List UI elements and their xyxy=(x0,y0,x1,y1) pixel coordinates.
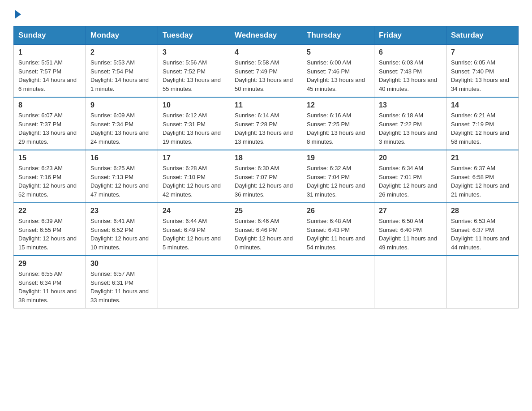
calendar-cell: 29Sunrise: 6:55 AMSunset: 6:34 PMDayligh… xyxy=(14,256,86,308)
calendar-cell: 22Sunrise: 6:39 AMSunset: 6:55 PMDayligh… xyxy=(14,203,86,256)
day-number: 28 xyxy=(451,207,514,215)
calendar-cell: 27Sunrise: 6:50 AMSunset: 6:40 PMDayligh… xyxy=(374,203,446,256)
day-info: Sunrise: 6:00 AMSunset: 7:46 PMDaylight:… xyxy=(307,58,369,93)
weekday-header-thursday: Thursday xyxy=(302,26,374,45)
page-header xyxy=(13,9,519,17)
weekday-header-wednesday: Wednesday xyxy=(230,26,302,45)
calendar-header-row: SundayMondayTuesdayWednesdayThursdayFrid… xyxy=(14,26,519,45)
logo-arrow-icon xyxy=(15,10,21,19)
calendar-cell xyxy=(446,256,519,308)
calendar-cell: 9Sunrise: 6:09 AMSunset: 7:34 PMDaylight… xyxy=(86,97,158,150)
day-info: Sunrise: 6:25 AMSunset: 7:13 PMDaylight:… xyxy=(90,164,153,199)
day-number: 23 xyxy=(90,207,153,215)
day-number: 11 xyxy=(235,101,297,109)
calendar-cell: 18Sunrise: 6:30 AMSunset: 7:07 PMDayligh… xyxy=(230,150,302,203)
day-info: Sunrise: 6:23 AMSunset: 7:16 PMDaylight:… xyxy=(18,164,81,199)
day-info: Sunrise: 6:07 AMSunset: 7:37 PMDaylight:… xyxy=(18,111,81,146)
day-number: 22 xyxy=(18,207,81,215)
day-info: Sunrise: 6:41 AMSunset: 6:52 PMDaylight:… xyxy=(90,217,153,252)
day-number: 14 xyxy=(451,101,514,109)
day-info: Sunrise: 6:16 AMSunset: 7:25 PMDaylight:… xyxy=(307,111,369,146)
weekday-header-tuesday: Tuesday xyxy=(158,26,230,45)
calendar-cell: 14Sunrise: 6:21 AMSunset: 7:19 PMDayligh… xyxy=(446,97,519,150)
calendar-cell: 10Sunrise: 6:12 AMSunset: 7:31 PMDayligh… xyxy=(158,97,230,150)
calendar-cell: 25Sunrise: 6:46 AMSunset: 6:46 PMDayligh… xyxy=(230,203,302,256)
day-number: 29 xyxy=(18,260,81,268)
day-number: 18 xyxy=(235,154,297,162)
weekday-header-sunday: Sunday xyxy=(14,26,86,45)
calendar-cell: 1Sunrise: 5:51 AMSunset: 7:57 PMDaylight… xyxy=(14,45,86,98)
calendar-cell: 8Sunrise: 6:07 AMSunset: 7:37 PMDaylight… xyxy=(14,97,86,150)
day-info: Sunrise: 6:44 AMSunset: 6:49 PMDaylight:… xyxy=(163,217,225,252)
calendar-cell: 13Sunrise: 6:18 AMSunset: 7:22 PMDayligh… xyxy=(374,97,446,150)
calendar-week-row: 8Sunrise: 6:07 AMSunset: 7:37 PMDaylight… xyxy=(14,97,519,150)
calendar-cell: 24Sunrise: 6:44 AMSunset: 6:49 PMDayligh… xyxy=(158,203,230,256)
day-number: 16 xyxy=(90,154,153,162)
day-number: 19 xyxy=(307,154,369,162)
day-number: 24 xyxy=(163,207,225,215)
calendar-cell: 2Sunrise: 5:53 AMSunset: 7:54 PMDaylight… xyxy=(86,45,158,98)
day-number: 20 xyxy=(379,154,442,162)
day-info: Sunrise: 6:37 AMSunset: 6:58 PMDaylight:… xyxy=(451,164,514,199)
day-number: 7 xyxy=(451,48,514,56)
calendar-cell: 3Sunrise: 5:56 AMSunset: 7:52 PMDaylight… xyxy=(158,45,230,98)
day-info: Sunrise: 6:05 AMSunset: 7:40 PMDaylight:… xyxy=(451,58,514,93)
calendar-cell xyxy=(374,256,446,308)
day-number: 3 xyxy=(163,48,225,56)
calendar-cell: 6Sunrise: 6:03 AMSunset: 7:43 PMDaylight… xyxy=(374,45,446,98)
day-info: Sunrise: 6:57 AMSunset: 6:31 PMDaylight:… xyxy=(90,270,153,304)
day-number: 25 xyxy=(235,207,297,215)
weekday-header-monday: Monday xyxy=(86,26,158,45)
calendar-cell: 28Sunrise: 6:53 AMSunset: 6:37 PMDayligh… xyxy=(446,203,519,256)
day-number: 12 xyxy=(307,101,369,109)
calendar-cell xyxy=(158,256,230,308)
calendar-cell: 26Sunrise: 6:48 AMSunset: 6:43 PMDayligh… xyxy=(302,203,374,256)
day-info: Sunrise: 5:53 AMSunset: 7:54 PMDaylight:… xyxy=(90,58,153,93)
day-number: 4 xyxy=(235,48,297,56)
day-info: Sunrise: 6:34 AMSunset: 7:01 PMDaylight:… xyxy=(379,164,442,199)
day-number: 2 xyxy=(90,48,153,56)
calendar-cell: 7Sunrise: 6:05 AMSunset: 7:40 PMDaylight… xyxy=(446,45,519,98)
day-info: Sunrise: 5:58 AMSunset: 7:49 PMDaylight:… xyxy=(235,58,297,93)
day-info: Sunrise: 6:21 AMSunset: 7:19 PMDaylight:… xyxy=(451,111,514,146)
day-number: 1 xyxy=(18,48,81,56)
day-info: Sunrise: 6:55 AMSunset: 6:34 PMDaylight:… xyxy=(18,270,81,304)
calendar-cell: 15Sunrise: 6:23 AMSunset: 7:16 PMDayligh… xyxy=(14,150,86,203)
day-info: Sunrise: 6:28 AMSunset: 7:10 PMDaylight:… xyxy=(163,164,225,199)
day-info: Sunrise: 6:09 AMSunset: 7:34 PMDaylight:… xyxy=(90,111,153,146)
calendar-week-row: 22Sunrise: 6:39 AMSunset: 6:55 PMDayligh… xyxy=(14,203,519,256)
calendar-cell: 12Sunrise: 6:16 AMSunset: 7:25 PMDayligh… xyxy=(302,97,374,150)
calendar-cell: 20Sunrise: 6:34 AMSunset: 7:01 PMDayligh… xyxy=(374,150,446,203)
calendar-cell: 21Sunrise: 6:37 AMSunset: 6:58 PMDayligh… xyxy=(446,150,519,203)
calendar-cell: 23Sunrise: 6:41 AMSunset: 6:52 PMDayligh… xyxy=(86,203,158,256)
calendar-cell: 11Sunrise: 6:14 AMSunset: 7:28 PMDayligh… xyxy=(230,97,302,150)
calendar-cell: 19Sunrise: 6:32 AMSunset: 7:04 PMDayligh… xyxy=(302,150,374,203)
logo xyxy=(13,9,21,17)
day-number: 5 xyxy=(307,48,369,56)
day-info: Sunrise: 6:46 AMSunset: 6:46 PMDaylight:… xyxy=(235,217,297,252)
day-info: Sunrise: 5:56 AMSunset: 7:52 PMDaylight:… xyxy=(163,58,225,93)
calendar-table: SundayMondayTuesdayWednesdayThursdayFrid… xyxy=(13,26,519,308)
calendar-cell: 4Sunrise: 5:58 AMSunset: 7:49 PMDaylight… xyxy=(230,45,302,98)
day-info: Sunrise: 6:48 AMSunset: 6:43 PMDaylight:… xyxy=(307,217,369,252)
calendar-cell: 30Sunrise: 6:57 AMSunset: 6:31 PMDayligh… xyxy=(86,256,158,308)
day-number: 21 xyxy=(451,154,514,162)
day-info: Sunrise: 6:39 AMSunset: 6:55 PMDaylight:… xyxy=(18,217,81,252)
day-number: 30 xyxy=(90,260,153,268)
calendar-week-row: 1Sunrise: 5:51 AMSunset: 7:57 PMDaylight… xyxy=(14,45,519,98)
day-info: Sunrise: 6:53 AMSunset: 6:37 PMDaylight:… xyxy=(451,217,514,252)
day-info: Sunrise: 6:18 AMSunset: 7:22 PMDaylight:… xyxy=(379,111,442,146)
day-number: 15 xyxy=(18,154,81,162)
day-number: 8 xyxy=(18,101,81,109)
day-number: 27 xyxy=(379,207,442,215)
day-number: 10 xyxy=(163,101,225,109)
day-number: 26 xyxy=(307,207,369,215)
day-info: Sunrise: 6:30 AMSunset: 7:07 PMDaylight:… xyxy=(235,164,297,199)
day-info: Sunrise: 5:51 AMSunset: 7:57 PMDaylight:… xyxy=(18,58,81,93)
weekday-header-friday: Friday xyxy=(374,26,446,45)
day-number: 17 xyxy=(163,154,225,162)
day-info: Sunrise: 6:12 AMSunset: 7:31 PMDaylight:… xyxy=(163,111,225,146)
weekday-header-saturday: Saturday xyxy=(446,26,519,45)
calendar-cell xyxy=(230,256,302,308)
calendar-cell: 17Sunrise: 6:28 AMSunset: 7:10 PMDayligh… xyxy=(158,150,230,203)
